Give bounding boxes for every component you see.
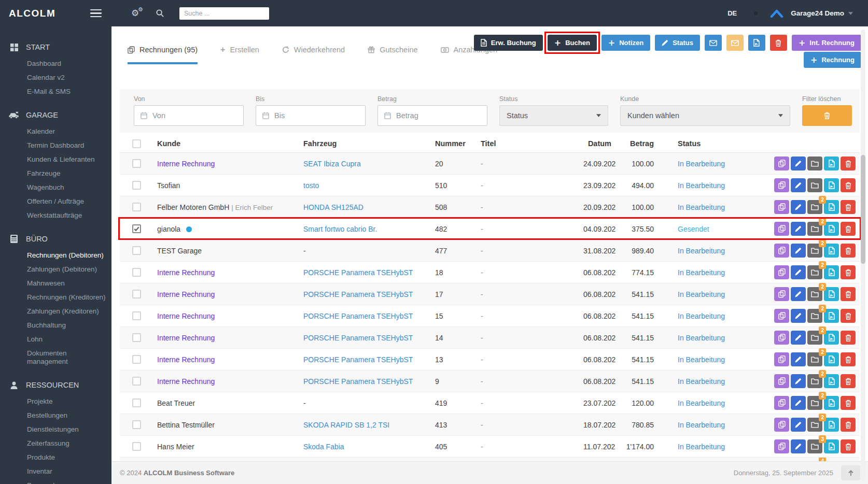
pdf-button[interactable] [824, 244, 839, 258]
row-checkbox[interactable] [132, 355, 141, 364]
filter-input-von[interactable]: Von [134, 105, 244, 126]
settings-gears-icon[interactable]: ⚙⚙ [131, 8, 145, 18]
documents-button[interactable]: 2 [807, 396, 822, 410]
sidebar-item-werkstattaufträge[interactable]: Werkstattaufträge [0, 208, 111, 222]
edit-button[interactable] [791, 287, 806, 301]
language-selector[interactable]: DE [727, 9, 737, 17]
delete-button[interactable] [841, 439, 856, 453]
edit-button[interactable] [791, 200, 806, 214]
documents-button[interactable]: 2 [807, 352, 822, 366]
table-row[interactable]: Hans Meier Skoda Fabia 405 - 11.07.2025 … [120, 436, 860, 458]
tab-wiederkehrend[interactable]: Wiederkehrend [282, 45, 345, 64]
edit-button[interactable] [791, 374, 806, 388]
sidebar-item-dokumenten-management[interactable]: Dokumenten management [0, 346, 111, 368]
pdf-button[interactable] [824, 200, 839, 214]
pdf-button[interactable] [824, 156, 839, 170]
vehicle-link[interactable]: HONDA SH125AD [303, 203, 363, 211]
erw-buchung-button[interactable]: Erw. Buchung [474, 35, 543, 51]
delete-button[interactable] [841, 309, 856, 323]
edit-button[interactable] [791, 156, 806, 170]
int-rechnung-button[interactable]: +Int. Rechnung [792, 35, 861, 51]
pdf-button[interactable] [824, 331, 839, 345]
tab-rechnungen-95[interactable]: Rechnungen (95) [128, 45, 198, 64]
status-link[interactable]: In Bearbeitung [678, 312, 725, 320]
row-checkbox[interactable] [132, 246, 141, 255]
documents-button[interactable]: 2 [807, 200, 822, 214]
sidebar-item-personal[interactable]: Personal [0, 478, 111, 484]
scrollbar-thumb[interactable] [861, 155, 865, 264]
vehicle-link[interactable]: PORSCHE Panamera TSEHybST [303, 312, 413, 320]
status-link[interactable]: In Bearbeitung [678, 355, 725, 364]
status-link[interactable]: In Bearbeitung [678, 268, 725, 277]
customer-name[interactable]: Interne Rechnung [157, 355, 215, 364]
search-input[interactable] [179, 7, 269, 20]
sidebar-item-fahrzeuge[interactable]: Fahrzeuge [0, 166, 111, 180]
sidebar-item-calendar-v2[interactable]: Calendar v2 [0, 70, 111, 84]
status-link[interactable]: In Bearbeitung [678, 421, 725, 429]
status-link[interactable]: In Bearbeitung [678, 290, 725, 298]
status-link[interactable]: Gesendet [678, 225, 709, 233]
documents-button[interactable]: 2 [807, 222, 822, 236]
edit-button[interactable] [791, 352, 806, 366]
vehicle-link[interactable]: tosto [303, 181, 319, 190]
sidebar-item-lohn[interactable]: Lohn [0, 332, 111, 346]
email-button[interactable] [705, 35, 722, 51]
row-checkbox[interactable] [132, 420, 141, 429]
table-row[interactable]: Interne Rechnung SEAT Ibiza Cupra 20 - 2… [120, 153, 860, 175]
documents-button[interactable]: 2 [807, 331, 822, 345]
delete-button[interactable] [841, 331, 856, 345]
row-checkbox[interactable] [132, 181, 141, 190]
table-row[interactable]: Interne Rechnung PORSCHE Panamera TSEHyb… [120, 349, 860, 371]
sidebar-item-produkte[interactable]: Produkte [0, 450, 111, 464]
sidebar-item-projekte[interactable]: Projekte [0, 394, 111, 408]
status-link[interactable]: In Bearbeitung [678, 247, 725, 255]
vehicle-link[interactable]: PORSCHE Panamera TSEHybST [303, 290, 413, 298]
row-checkbox[interactable] [132, 203, 141, 211]
duplicate-button[interactable] [774, 396, 789, 410]
pdf-button[interactable] [824, 287, 839, 301]
vehicle-link[interactable]: PORSCHE Panamera TSEHybST [303, 355, 413, 364]
status-link[interactable]: In Bearbeitung [678, 399, 725, 407]
tab-gutscheine[interactable]: Gutscheine [368, 45, 417, 64]
documents-button[interactable] [807, 156, 822, 170]
duplicate-button[interactable] [774, 352, 789, 366]
pdf-button[interactable] [824, 222, 839, 236]
table-row[interactable]: Interne Rechnung PORSCHE Panamera TSEHyb… [120, 371, 860, 392]
documents-button[interactable]: 2 [807, 374, 822, 388]
filter-select-kunde[interactable]: Kunden wählen [620, 105, 790, 126]
tab-erstellen[interactable]: +Erstellen [220, 45, 259, 64]
status-link[interactable]: In Bearbeitung [678, 160, 725, 168]
edit-button[interactable] [791, 309, 806, 323]
table-row[interactable]: Bettina Testmüller SKODA RAPID SB 1,2 TS… [120, 414, 860, 436]
customer-name[interactable]: Interne Rechnung [157, 334, 215, 342]
edit-button[interactable] [791, 396, 806, 410]
pdf-button[interactable] [824, 265, 839, 279]
pdf-button[interactable] [824, 374, 839, 388]
sidebar-item-offerten-aufträge[interactable]: Offerten / Aufträge [0, 194, 111, 208]
row-checkbox[interactable] [132, 224, 141, 233]
edit-button[interactable] [791, 178, 806, 192]
duplicate-button[interactable] [774, 309, 789, 323]
sidebar-item-mahnwesen[interactable]: Mahnwesen [0, 276, 111, 290]
pdf-button[interactable] [824, 309, 839, 323]
table-row[interactable]: Beat Treuer - 419 - 23.07.2025 120.00 In… [120, 392, 860, 414]
row-checkbox[interactable] [132, 290, 141, 298]
row-checkbox[interactable] [132, 311, 141, 320]
status-link[interactable]: In Bearbeitung [678, 443, 725, 451]
pdf-button[interactable] [824, 396, 839, 410]
table-row[interactable]: Tsofian tosto 510 - 23.09.2025 494.00 In… [120, 175, 860, 196]
table-row[interactable]: Interne Rechnung PORSCHE Panamera TSEHyb… [120, 283, 860, 305]
account-menu[interactable]: Garage24 Demo [791, 9, 844, 17]
delete-button[interactable] [841, 178, 856, 192]
status-button[interactable]: Status [655, 35, 700, 51]
customer-name[interactable]: Interne Rechnung [157, 377, 215, 386]
sidebar-section-header-garage[interactable]: GARAGE [0, 106, 111, 124]
pdf-button[interactable] [824, 178, 839, 192]
vehicle-link[interactable]: Smart fortwo cabrio Br. [303, 225, 377, 233]
sidebar-item-rechnungen-kreditoren[interactable]: Rechnungen (Kreditoren) [0, 290, 111, 304]
sidebar-item-buchhaltung[interactable]: Buchhaltung [0, 318, 111, 332]
sidebar-item-kunden-lieferanten[interactable]: Kunden & Lieferanten [0, 152, 111, 166]
table-row[interactable]: Interne Rechnung PORSCHE Panamera TSEHyb… [120, 305, 860, 327]
duplicate-button[interactable] [774, 418, 789, 432]
table-row[interactable]: Interne Rechnung PORSCHE Panamera TSEHyb… [120, 327, 860, 349]
